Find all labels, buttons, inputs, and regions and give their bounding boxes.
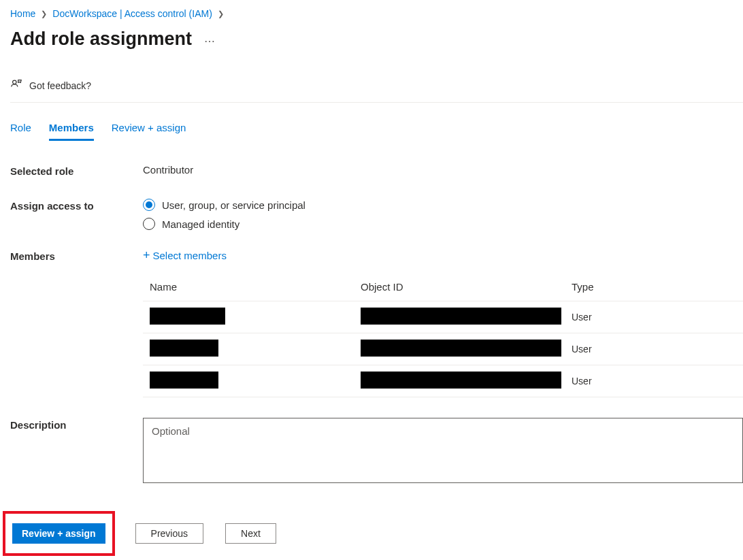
tabs: Role Members Review + assign [10, 122, 743, 141]
select-members-link[interactable]: + Select members [143, 249, 227, 261]
cell-type: User [572, 344, 743, 355]
table-row[interactable]: User [143, 301, 743, 333]
feedback-label: Got feedback? [29, 80, 91, 91]
selected-role-value: Contributor [143, 164, 743, 176]
members-label: Members [10, 249, 143, 262]
members-table: Name Object ID Type User User User [143, 281, 743, 397]
breadcrumb-iam[interactable]: DocWorkspace | Access control (IAM) [52, 8, 212, 19]
more-actions-icon[interactable]: ⋯ [204, 35, 216, 48]
feedback-icon [10, 78, 22, 93]
radio-checked-icon [143, 199, 155, 211]
redacted-object-id [361, 372, 561, 389]
radio-managed-label: Managed identity [162, 218, 240, 230]
col-header-name: Name [150, 281, 361, 293]
description-input[interactable] [143, 418, 743, 483]
redacted-object-id [361, 308, 561, 325]
chevron-right-icon: ❯ [218, 10, 224, 18]
feedback-bar[interactable]: Got feedback? [10, 78, 743, 103]
redacted-name [150, 372, 218, 389]
col-header-type: Type [572, 281, 743, 293]
redacted-object-id [361, 340, 561, 357]
redacted-name [150, 340, 218, 357]
previous-button[interactable]: Previous [135, 523, 203, 544]
highlight-annotation: Review + assign [3, 511, 115, 556]
select-members-text: Select members [153, 250, 227, 261]
assign-access-label: Assign access to [10, 199, 143, 212]
next-button[interactable]: Next [225, 523, 276, 544]
col-header-object-id: Object ID [361, 281, 572, 293]
cell-type: User [572, 312, 743, 323]
svg-point-0 [13, 80, 16, 84]
redacted-name [150, 308, 225, 325]
tab-members[interactable]: Members [49, 122, 94, 141]
chevron-right-icon: ❯ [41, 10, 47, 18]
breadcrumb-home[interactable]: Home [10, 8, 35, 19]
tab-review-assign[interactable]: Review + assign [112, 122, 186, 141]
description-label: Description [10, 418, 143, 431]
breadcrumb: Home ❯ DocWorkspace | Access control (IA… [10, 8, 743, 19]
table-row[interactable]: User [143, 333, 743, 365]
table-row[interactable]: User [143, 365, 743, 397]
tab-role[interactable]: Role [10, 122, 31, 141]
radio-user-label: User, group, or service principal [162, 199, 306, 211]
page-title: Add role assignment [10, 29, 192, 50]
plus-icon: + [143, 249, 150, 261]
review-assign-button[interactable]: Review + assign [12, 523, 105, 544]
selected-role-label: Selected role [10, 164, 143, 177]
radio-user-group-principal[interactable]: User, group, or service principal [143, 199, 306, 211]
radio-managed-identity[interactable]: Managed identity [143, 218, 306, 230]
radio-unchecked-icon [143, 218, 155, 230]
cell-type: User [572, 376, 743, 386]
